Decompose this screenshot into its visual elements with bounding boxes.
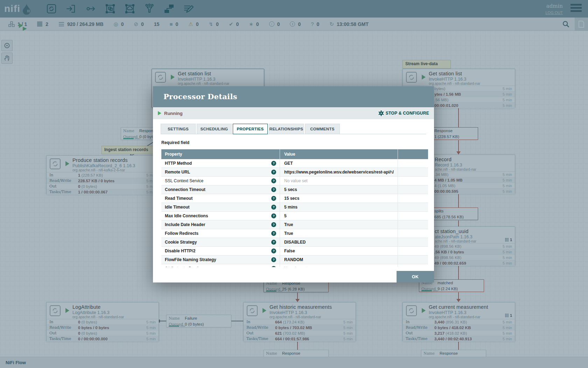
property-row: Disable HTTP/2? False: [161, 247, 428, 255]
help-icon[interactable]: ?: [271, 266, 276, 267]
running-icon: [158, 111, 161, 115]
property-row: Connection Timeout? 5 secs: [161, 185, 428, 194]
help-icon[interactable]: ?: [271, 231, 276, 236]
property-row: Cookie Strategy? DISABLED: [161, 238, 428, 247]
help-icon[interactable]: ?: [271, 213, 276, 218]
stop-and-configure-label: STOP & CONFIGURE: [386, 111, 429, 116]
help-icon[interactable]: ?: [271, 240, 276, 245]
property-row: Max Idle Connections? 5: [161, 212, 428, 220]
stop-and-configure-button[interactable]: STOP & CONFIGURE: [378, 110, 429, 116]
help-icon[interactable]: ?: [271, 196, 276, 201]
property-row: Include Date Header? True: [161, 220, 428, 229]
properties-table-header: Property Value: [161, 149, 428, 159]
processor-details-dialog: Processor Details Running STOP & CONFIGU…: [153, 86, 434, 282]
property-row: FlowFile Naming Strategy? RANDOM: [161, 255, 428, 264]
ok-button[interactable]: OK: [397, 271, 434, 282]
nifi-app: nifi: [0, 0, 588, 368]
help-icon[interactable]: ?: [271, 170, 276, 175]
help-icon[interactable]: ?: [271, 222, 276, 227]
help-icon[interactable]: ?: [271, 248, 276, 253]
property-row: Remote URL? https://www.pegelonline.wsv.…: [161, 168, 428, 177]
property-column-header: Property: [161, 149, 280, 159]
info-icon[interactable]: i: [392, 170, 393, 175]
property-row: Follow Redirects? True: [161, 229, 428, 238]
help-icon[interactable]: ?: [271, 187, 276, 192]
help-icon[interactable]: ?: [271, 205, 276, 210]
help-icon[interactable]: ?: [271, 161, 276, 166]
dialog-title: Processor Details: [153, 86, 434, 107]
tab-properties[interactable]: PROPERTIES: [233, 124, 268, 134]
property-row: Idle Timeout? 5 mins: [161, 203, 428, 212]
dialog-tabs: SETTINGS SCHEDULING PROPERTIES RELATIONS…: [161, 124, 426, 134]
required-field-note: Required field: [161, 140, 426, 145]
properties-table-body: HTTP Method? GET Remote URL? https://www…: [161, 159, 428, 267]
property-row: Read Timeout? 15 secs: [161, 194, 428, 203]
value-column-header: Value: [280, 149, 398, 159]
property-row: SSL Context Service? No value set: [161, 177, 428, 185]
dialog-status-row: Running STOP & CONFIGURE: [153, 107, 434, 119]
property-row: HTTP Method? GET: [161, 159, 428, 168]
tab-settings[interactable]: SETTINGS: [161, 124, 196, 134]
property-row: Attributes to Send? No value set: [161, 264, 428, 267]
help-icon[interactable]: ?: [271, 257, 276, 262]
properties-table: Property Value HTTP Method? GET Remote U…: [161, 149, 428, 267]
tab-relationships[interactable]: RELATIONSHIPS: [269, 124, 304, 134]
tab-comments[interactable]: COMMENTS: [305, 124, 340, 134]
tab-scheduling[interactable]: SCHEDULING: [197, 124, 232, 134]
run-state-text: Running: [164, 111, 183, 116]
gear-icon: [378, 110, 384, 116]
help-icon[interactable]: ?: [271, 178, 276, 183]
